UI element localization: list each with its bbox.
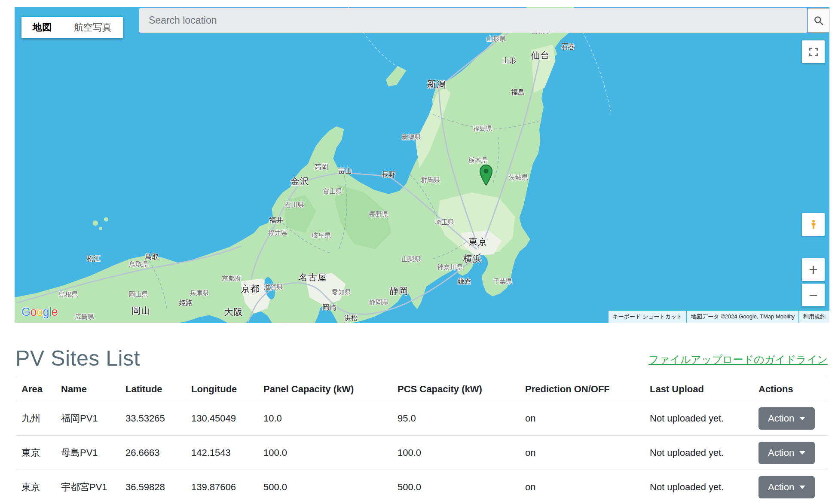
map-marker-pin[interactable]: [478, 164, 494, 186]
google-logo-letter: o: [31, 305, 37, 318]
action-button[interactable]: Action: [758, 476, 815, 498]
cell-latitude: 26.6663: [120, 436, 186, 470]
section-header: PV Sites List ファイルアップロードのガイドライン: [15, 346, 828, 371]
cell-last-upload: Not uploaded yet.: [645, 436, 753, 470]
caret-down-icon: [799, 486, 805, 489]
cell-prediction: on: [520, 401, 645, 436]
cell-last-upload: Not uploaded yet.: [645, 470, 753, 504]
search-button[interactable]: [807, 8, 829, 33]
pegman-icon: [808, 219, 819, 231]
map-type-satellite-button[interactable]: 航空写真: [63, 17, 123, 38]
google-logo: Google: [21, 305, 58, 319]
file-upload-guideline-link[interactable]: ファイルアップロードのガイドライン: [648, 353, 828, 371]
cell-longitude: 130.45049: [186, 401, 258, 436]
minus-icon: −: [809, 287, 818, 303]
column-header: Last Upload: [645, 377, 753, 401]
cell-actions: Action: [753, 401, 828, 436]
plus-icon: +: [809, 262, 818, 278]
map-canvas[interactable]: [15, 7, 829, 323]
table-body: 九州福岡PV133.53265130.4504910.095.0onNot up…: [15, 401, 828, 504]
street-view-pegman-button[interactable]: [802, 213, 825, 236]
column-header: Prediction ON/OFF: [520, 377, 645, 401]
cell-pcs-capacity: 100.0: [392, 436, 520, 470]
google-logo-letter: o: [37, 305, 43, 318]
cell-panel-capacity: 500.0: [258, 470, 392, 504]
table-row: 東京宇都宮PV136.59828139.87606500.0500.0onNot…: [15, 470, 828, 504]
map-type-control: 地図 航空写真: [21, 17, 123, 38]
action-button[interactable]: Action: [758, 442, 815, 464]
column-header: Panel Capacity (kW): [258, 377, 392, 401]
google-logo-letter: G: [21, 305, 31, 318]
map[interactable]: 宮城県山形県石巻仙台山形新潟福島福島県新潟県高岡富山金沢長野群馬県栃木県茨城県富…: [15, 7, 829, 323]
cell-area: 東京: [15, 470, 56, 504]
cell-prediction: on: [520, 436, 645, 470]
caret-down-icon: [799, 451, 805, 455]
page-title: PV Sites List: [15, 346, 140, 371]
cell-panel-capacity: 10.0: [258, 401, 392, 436]
cell-last-upload: Not uploaded yet.: [645, 401, 753, 436]
cell-pcs-capacity: 500.0: [392, 470, 520, 504]
fullscreen-icon: [808, 46, 819, 58]
column-header: Name: [56, 377, 120, 401]
map-data-attribution: 地図データ ©2024 Google, TMap Mobility: [687, 311, 798, 323]
column-header: Longitude: [186, 377, 258, 401]
pv-sites-table: AreaNameLatitudeLongitudePanel Capacity …: [15, 377, 828, 504]
cell-latitude: 33.53265: [120, 401, 186, 436]
cell-prediction: on: [520, 470, 645, 504]
table-header-row: AreaNameLatitudeLongitudePanel Capacity …: [15, 377, 828, 401]
cell-name: 福岡PV1: [56, 401, 120, 436]
action-button[interactable]: Action: [758, 407, 815, 430]
search-input[interactable]: [139, 8, 807, 33]
terms-link[interactable]: 利用規約: [799, 311, 829, 323]
table-row: 九州福岡PV133.53265130.4504910.095.0onNot up…: [15, 401, 828, 436]
cell-panel-capacity: 100.0: [258, 436, 392, 470]
column-header: Latitude: [120, 377, 186, 401]
cell-area: 東京: [15, 436, 56, 470]
cell-area: 九州: [15, 401, 56, 436]
google-logo-letter: g: [43, 305, 49, 318]
map-attribution: キーボード ショートカット 地図データ ©2024 Google, TMap M…: [609, 311, 829, 323]
caret-down-icon: [799, 417, 805, 420]
pv-sites-section: PV Sites List ファイルアップロードのガイドライン AreaName…: [15, 346, 828, 504]
fullscreen-button[interactable]: [802, 40, 825, 63]
cell-pcs-capacity: 95.0: [392, 401, 520, 436]
search-icon: [813, 15, 824, 26]
map-type-map-button[interactable]: 地図: [21, 17, 63, 38]
zoom-out-button[interactable]: −: [802, 284, 825, 306]
cell-longitude: 139.87606: [186, 470, 258, 504]
zoom-in-button[interactable]: +: [802, 258, 825, 281]
cell-name: 母島PV1: [56, 436, 120, 470]
action-button-label: Action: [768, 413, 794, 424]
column-header: Actions: [753, 377, 828, 401]
cell-latitude: 36.59828: [120, 470, 186, 504]
cell-longitude: 142.1543: [186, 436, 258, 470]
google-logo-letter: e: [52, 305, 58, 318]
column-header: PCS Capacity (kW): [392, 377, 520, 401]
cell-name: 宇都宮PV1: [56, 470, 120, 504]
cell-actions: Action: [753, 470, 828, 504]
cell-actions: Action: [753, 436, 828, 470]
action-button-label: Action: [768, 482, 794, 493]
keyboard-shortcuts-link[interactable]: キーボード ショートカット: [609, 311, 686, 323]
table-row: 東京母島PV126.6663142.1543100.0100.0onNot up…: [15, 436, 828, 470]
action-button-label: Action: [768, 447, 794, 458]
column-header: Area: [15, 377, 56, 401]
marker-pin-icon: [478, 164, 494, 186]
